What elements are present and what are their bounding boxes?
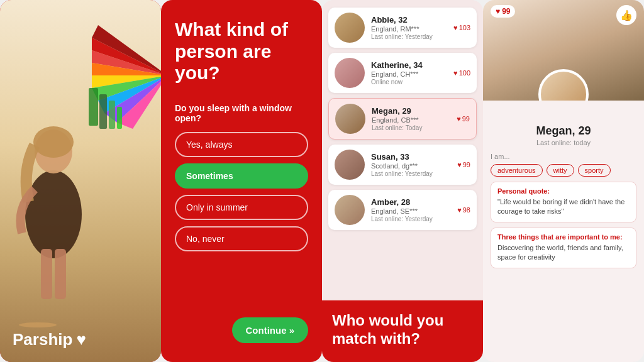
panel-matches: Abbie, 32 England, RM*** Last online: Ye… (322, 0, 483, 362)
match-info-amber: Amber, 28 England, SE*** Last online: Ye… (371, 197, 451, 222)
option-only-summer[interactable]: Only in summer (175, 195, 308, 220)
match-info-abbie: Abbie, 32 England, RM*** Last online: Ye… (371, 15, 447, 40)
match-card-megan[interactable]: Megan, 29 England, CB*** Last online: To… (328, 98, 477, 140)
like-count-value: 99 (502, 7, 510, 16)
logo-heart: ♥ (76, 330, 86, 349)
heart-icon-amber: ♥ (457, 206, 462, 214)
personal-quote-text: "Life would be boring if we didn't have … (497, 197, 630, 217)
heart-icon-megan: ♥ (457, 115, 461, 123)
match-name-megan: Megan, 29 (372, 106, 450, 116)
panel-profile: ♥ 99 👍 Megan, 29 Last online: today I am… (483, 0, 644, 362)
matches-list: Abbie, 32 England, RM*** Last online: Ye… (322, 0, 483, 300)
personal-quote-title: Personal quote: (497, 187, 630, 195)
avatar-abbie (335, 13, 365, 43)
match-online-katherine: Online now (371, 79, 447, 85)
option-no-never[interactable]: No, never (175, 226, 308, 251)
personal-quote-card: Personal quote: "Life would be boring if… (491, 182, 636, 222)
match-likes-abbie: ♥ 103 (453, 24, 470, 31)
match-location-amber: England, SE*** (371, 207, 451, 215)
match-likes-susan: ♥ 99 (457, 161, 470, 168)
match-info-megan: Megan, 29 England, CB*** Last online: To… (372, 106, 450, 131)
profile-name: Megan, 29 (491, 124, 636, 138)
svg-rect-2 (109, 101, 115, 129)
match-name-abbie: Abbie, 32 (371, 15, 447, 25)
match-name-amber: Amber, 28 (371, 197, 451, 207)
avatar-katherine (335, 58, 365, 88)
quiz-title: What kind of person are you? (175, 19, 308, 84)
heart-icon-katherine: ♥ (453, 69, 458, 77)
profile-online-status: Last online: today (491, 139, 636, 146)
panel-branding: Parship ♥ (0, 0, 161, 362)
heart-icon-profile: ♥ (496, 7, 500, 16)
avatar-susan (335, 150, 365, 180)
important-things-title: Three things that are important to me: (497, 233, 630, 241)
match-name-katherine: Katherine, 34 (371, 60, 447, 70)
match-online-megan: Last online: Today (372, 124, 450, 131)
like-count-badge: ♥ 99 (491, 5, 515, 18)
quiz-question: Do you sleep with a window open? (175, 103, 308, 123)
quiz-options: Yes, always Sometimes Only in summer No,… (175, 132, 308, 251)
match-likes-amber: ♥ 98 (457, 206, 470, 214)
personality-tags: adventurous witty sporty (491, 164, 636, 177)
profile-info: Megan, 29 Last online: today (483, 124, 644, 146)
match-location-katherine: England, CH*** (371, 70, 447, 78)
avatar-amber (335, 195, 365, 225)
tag-witty[interactable]: witty (547, 164, 574, 177)
tag-adventurous[interactable]: adventurous (491, 164, 543, 177)
heart-icon-abbie: ♥ (453, 24, 458, 31)
floor-item (19, 322, 57, 327)
match-online-susan: Last online: Yesterday (371, 170, 451, 177)
match-online-abbie: Last online: Yesterday (371, 33, 447, 40)
tags-label: I am... (491, 153, 636, 160)
option-sometimes[interactable]: Sometimes (175, 163, 308, 189)
match-card-amber[interactable]: Amber, 28 England, SE*** Last online: Ye… (328, 190, 477, 230)
match-online-amber: Last online: Yesterday (371, 216, 451, 222)
svg-point-4 (25, 170, 82, 258)
svg-rect-3 (117, 107, 122, 129)
match-card-abbie[interactable]: Abbie, 32 England, RM*** Last online: Ye… (328, 8, 477, 48)
tag-sporty[interactable]: sporty (578, 164, 611, 177)
continue-button[interactable]: Continue » (232, 317, 309, 343)
woman-illustration (3, 114, 104, 327)
important-things-text: Discovering the world, friends and famil… (497, 243, 630, 263)
option-yes-always[interactable]: Yes, always (175, 132, 308, 157)
match-location-megan: England, CB*** (372, 116, 450, 124)
avatar-megan (335, 104, 365, 134)
parship-logo: Parship ♥ (13, 330, 86, 349)
match-card-susan[interactable]: Susan, 33 Scotland, dg*** Last online: Y… (328, 145, 477, 185)
match-name-susan: Susan, 33 (371, 152, 451, 162)
match-info-susan: Susan, 33 Scotland, dg*** Last online: Y… (371, 152, 451, 177)
match-location-abbie: England, RM*** (371, 25, 447, 33)
panel-quiz: What kind of person are you? Do you slee… (161, 0, 322, 362)
match-likes-megan: ♥ 99 (457, 115, 470, 123)
matches-cta: Who would you match with? (322, 300, 483, 362)
match-card-katherine[interactable]: Katherine, 34 England, CH*** Online now … (328, 53, 477, 93)
match-info-katherine: Katherine, 34 England, CH*** Online now (371, 60, 447, 85)
match-location-susan: Scotland, dg*** (371, 162, 451, 170)
heart-icon-susan: ♥ (457, 161, 462, 168)
svg-rect-8 (55, 249, 66, 299)
match-likes-katherine: ♥ 100 (453, 69, 470, 77)
svg-point-6 (33, 126, 74, 158)
thumbs-up-icon: 👍 (620, 9, 633, 21)
tags-section: I am... adventurous witty sporty (483, 146, 644, 177)
profile-photo-header: ♥ 99 👍 (483, 0, 644, 101)
important-things-card: Three things that are important to me: D… (491, 228, 636, 268)
logo-text: Parship (13, 330, 72, 349)
like-button[interactable]: 👍 (616, 5, 636, 25)
svg-rect-7 (41, 249, 52, 299)
